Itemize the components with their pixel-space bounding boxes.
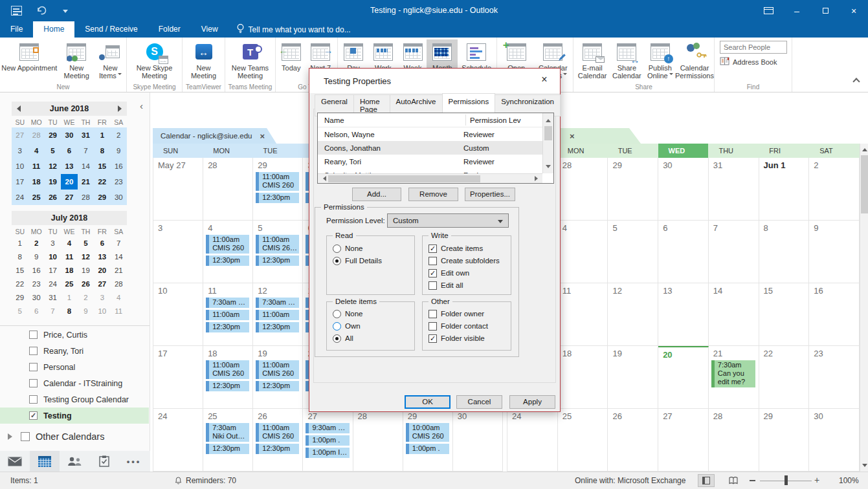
mini-date[interactable]: 10 — [94, 305, 110, 318]
cancel-button[interactable]: Cancel — [456, 395, 502, 409]
calendar-event[interactable]: 12:30pm — [206, 381, 249, 391]
mini-date[interactable]: 22 — [94, 174, 110, 190]
minimize-icon[interactable]: – — [783, 0, 811, 21]
calendar-cell[interactable]: 30 — [809, 409, 860, 472]
people-nav-icon[interactable] — [60, 451, 89, 472]
scroll-right-icon[interactable] — [533, 174, 541, 183]
collapse-ribbon-icon[interactable] — [852, 78, 860, 85]
calendar-cell[interactable]: 28 — [203, 158, 253, 221]
mini-date[interactable]: 11 — [111, 305, 127, 318]
calendar-cell[interactable]: 257:30amNiki Out…12:30pm — [203, 409, 253, 472]
scroll-up-icon[interactable] — [543, 114, 553, 124]
mini-date[interactable]: 18 — [28, 174, 44, 190]
calendar-cell[interactable]: 411:00amCMIS 26012:30pm — [203, 221, 253, 283]
calendar-event[interactable]: 11:00amCMIS 26… — [256, 235, 299, 254]
mini-date[interactable]: 13 — [94, 250, 110, 264]
mini-date[interactable]: 15 — [12, 264, 28, 277]
calendar-event[interactable]: 1:00pm . — [406, 444, 449, 454]
reminders-status[interactable]: Reminders: 70 — [186, 476, 236, 485]
minimize-folder-pane-icon[interactable]: ‹ — [140, 100, 143, 111]
mini-date[interactable]: 10 — [12, 158, 28, 174]
calendar-event[interactable]: 7:30am … — [206, 298, 249, 308]
search-people-input[interactable] — [720, 41, 787, 54]
mini-date[interactable]: 28 — [111, 277, 127, 291]
calendar-cell[interactable]: 11 — [558, 283, 608, 346]
mini-date[interactable]: 6 — [94, 237, 110, 250]
close-calendar-icon[interactable]: × — [260, 131, 265, 141]
calendar-list-item[interactable]: Calendar - ITStraining — [0, 375, 149, 391]
calendar-cell[interactable]: 25 — [558, 409, 608, 472]
mini-date[interactable]: 10 — [45, 250, 61, 264]
email-calendar-button[interactable]: E-mail Calendar — [575, 39, 610, 82]
delete-none-radio[interactable]: None — [333, 309, 363, 319]
mini-date[interactable]: 24 — [12, 190, 28, 205]
mini-date[interactable]: 17 — [12, 174, 28, 190]
mini-date[interactable]: 26 — [45, 190, 61, 205]
permission-row[interactable]: Schmitz, MatthewReviewer — [318, 168, 542, 173]
list-horizontal-scrollbar[interactable] — [318, 173, 542, 183]
calendar-event[interactable]: 1:00pm I… — [306, 448, 349, 458]
calendar-event[interactable]: 7:30am … — [256, 298, 299, 308]
calendar-event[interactable]: 7:30amNiki Out… — [206, 423, 249, 442]
calendar-cell[interactable]: 19 — [608, 346, 658, 409]
calendar-event[interactable]: 1:00pm . — [306, 435, 349, 446]
mini-date[interactable]: 3 — [94, 291, 110, 305]
mini-date[interactable]: 21 — [111, 264, 127, 277]
mini-date[interactable]: 9 — [78, 305, 94, 318]
calendar-cell[interactable]: 4 — [558, 221, 608, 283]
mini-date[interactable]: 28 — [28, 127, 44, 143]
calendar-nav-icon[interactable] — [30, 451, 60, 472]
calendar-cell[interactable]: 24 — [507, 409, 558, 472]
calendar-event[interactable]: 10:00amCMIS 260 — [406, 423, 449, 442]
mini-date[interactable]: 30 — [61, 127, 77, 143]
calendar-cell[interactable]: 9 — [809, 221, 860, 283]
other-calendars-item[interactable]: Other Calendars — [8, 431, 104, 442]
new-items-button[interactable]: New Items — [96, 39, 125, 82]
calendar-tab-left[interactable]: Calendar - nglick@siue.edu × — [153, 128, 276, 144]
mini-date[interactable]: 6 — [28, 305, 44, 318]
scroll-left-icon[interactable] — [319, 174, 327, 183]
calendar-event[interactable]: 12:30pm — [256, 444, 299, 454]
calendar-cell[interactable]: 22 — [759, 346, 810, 409]
calendar-cell[interactable]: 23 — [809, 346, 860, 409]
mini-date[interactable]: 11 — [28, 158, 44, 174]
mini-date[interactable]: 13 — [61, 158, 77, 174]
mini-date[interactable]: 27 — [12, 127, 28, 143]
mini-date[interactable]: 8 — [12, 250, 28, 264]
calendar-cell[interactable]: 1811:00amCMIS 26012:30pm — [203, 346, 253, 409]
today-button[interactable]: ← Today — [277, 39, 306, 82]
calendar-event[interactable]: 11:00am — [256, 310, 299, 320]
add-button[interactable]: Add... — [352, 188, 401, 201]
mini-date[interactable]: 7 — [78, 143, 94, 158]
calendar-list-item[interactable]: Price, Curtis — [0, 327, 149, 343]
mini-date[interactable]: 4 — [28, 143, 44, 158]
calendar-cell[interactable]: 13 — [658, 283, 709, 346]
calendar-cell[interactable]: 24 — [153, 409, 203, 472]
calendar-cell[interactable]: 5 — [608, 221, 658, 283]
scrollbar-thumb[interactable] — [328, 175, 480, 182]
checkbox[interactable] — [29, 379, 38, 387]
properties-button[interactable]: Properties... — [465, 188, 515, 201]
permission-row[interactable]: Nelson, WayneReviewer — [318, 127, 542, 141]
tellme-box[interactable]: Tell me what you want to do... — [228, 21, 359, 38]
share-calendar-button[interactable]: ↔ Share Calendar — [610, 39, 643, 82]
calendar-event[interactable]: 12:30pm — [256, 381, 299, 391]
tab-folder[interactable]: Folder — [148, 21, 191, 38]
calendar-cell[interactable]: 10 — [153, 283, 203, 346]
mini-date[interactable]: 31 — [45, 291, 61, 305]
other-folder-visible-checkbox[interactable]: ✓Folder visible — [428, 333, 485, 343]
mini-date[interactable]: 12 — [45, 158, 61, 174]
write-edit-all-checkbox[interactable]: Edit all — [428, 280, 463, 290]
calendar-event[interactable]: 11:00amCMIS 260 — [256, 360, 299, 379]
checkbox[interactable] — [29, 347, 38, 355]
mini-date[interactable]: 5 — [45, 143, 61, 158]
permission-row[interactable]: Coons, JonathanCustom — [318, 141, 542, 155]
mini-date[interactable]: 9 — [111, 143, 127, 158]
calendar-cell[interactable]: Jun 1 — [759, 158, 810, 221]
calendar-cell[interactable]: May 27 — [153, 158, 203, 221]
write-create-subfolders-checkbox[interactable]: Create subfolders — [428, 255, 500, 266]
calendar-cell[interactable]: 16 — [809, 283, 860, 346]
calendar-cell[interactable]: 15 — [759, 283, 810, 346]
calendar-cell[interactable]: 2910:00amCMIS 2601:00pm . — [403, 409, 453, 472]
calendar-event[interactable]: 11:00amCMIS 260 — [256, 172, 299, 191]
